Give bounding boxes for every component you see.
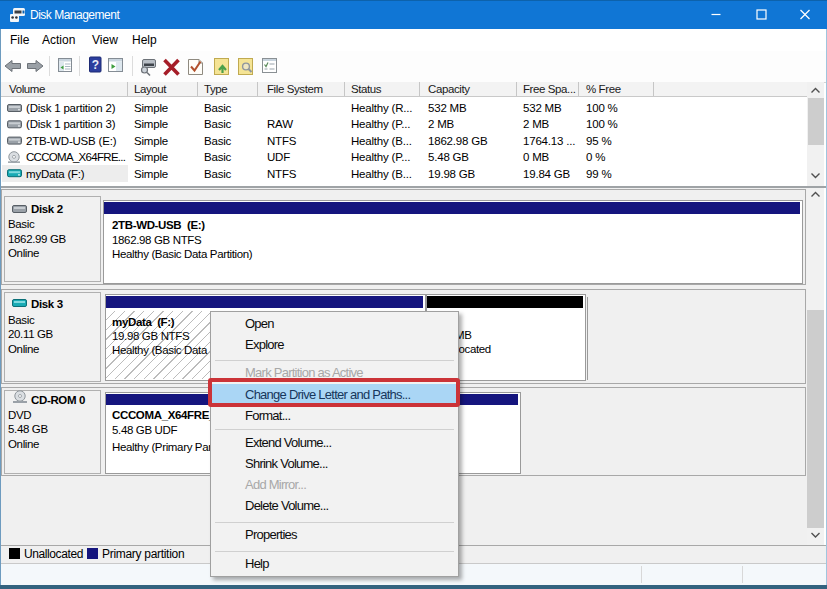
svg-text:?: ? — [92, 58, 99, 72]
